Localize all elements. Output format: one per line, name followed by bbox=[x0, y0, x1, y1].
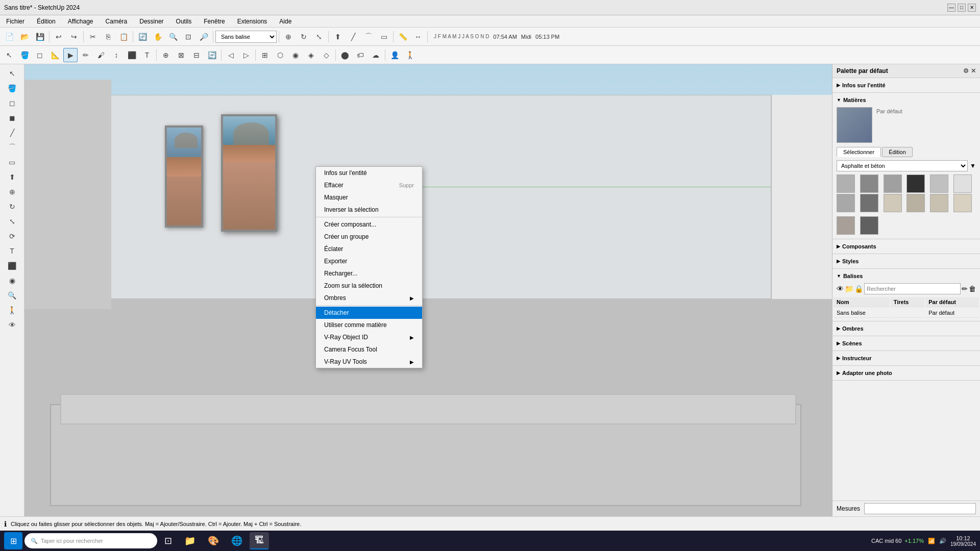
materials-header[interactable]: ▼ Matières bbox=[832, 95, 980, 105]
line-button[interactable]: ╱ bbox=[346, 30, 360, 44]
cut-button[interactable]: ✂ bbox=[86, 30, 100, 44]
lt-zoom[interactable]: 🔍 bbox=[3, 288, 21, 303]
swatch-12[interactable] bbox=[953, 194, 972, 212]
swatch-11[interactable] bbox=[930, 194, 948, 212]
swatch-1[interactable] bbox=[837, 174, 855, 193]
orbit-button[interactable]: 🔄 bbox=[135, 30, 150, 44]
lt-measure[interactable]: ◼ bbox=[3, 111, 21, 125]
layer-btn[interactable]: ⊞ bbox=[258, 48, 272, 62]
components-header[interactable]: ▶ Composants bbox=[832, 241, 980, 252]
menu-fichier[interactable]: Fichier bbox=[4, 17, 27, 26]
lt-section[interactable]: ◉ bbox=[3, 273, 21, 288]
dim-button[interactable]: ↔ bbox=[411, 30, 425, 44]
volume-icon[interactable]: 🔊 bbox=[939, 538, 946, 544]
tag-link-icon[interactable]: 🔒 bbox=[854, 285, 863, 293]
lt-paint[interactable]: 🪣 bbox=[3, 81, 21, 95]
zoomfit-button[interactable]: ⊡ bbox=[181, 30, 195, 44]
undo-button[interactable]: ↩ bbox=[52, 30, 66, 44]
swatch-14[interactable] bbox=[860, 216, 878, 235]
scene-next[interactable]: ▷ bbox=[239, 48, 253, 62]
lt-look[interactable]: 👁 bbox=[3, 318, 21, 332]
push-button[interactable]: ⬆ bbox=[331, 30, 345, 44]
text-tool[interactable]: T bbox=[140, 48, 154, 62]
wireframe-btn[interactable]: ◇ bbox=[319, 48, 333, 62]
lt-move[interactable]: ⊕ bbox=[3, 185, 21, 199]
ctx-effacer[interactable]: Effacer Suppr bbox=[316, 179, 422, 191]
taskbar-chrome[interactable]: 🌐 bbox=[226, 532, 248, 549]
menu-dessiner[interactable]: Dessiner bbox=[137, 17, 165, 26]
hidden-btn[interactable]: ◈ bbox=[304, 48, 318, 62]
swatch-2[interactable] bbox=[860, 174, 878, 193]
zoom-prev[interactable]: ⊟ bbox=[189, 48, 204, 62]
lt-scale[interactable]: ⤡ bbox=[3, 214, 21, 229]
menu-camera[interactable]: Caméra bbox=[104, 17, 130, 26]
lt-text[interactable]: T bbox=[3, 244, 21, 258]
panel-close-btn[interactable]: ✕ bbox=[971, 67, 976, 74]
lt-select[interactable]: ↖ bbox=[3, 66, 21, 81]
ctx-vray-uv-tools[interactable]: V-Ray UV Tools ▶ bbox=[316, 356, 422, 368]
swatch-10[interactable] bbox=[906, 194, 925, 212]
ctx-entity-info[interactable]: Infos sur l'entité bbox=[316, 167, 422, 179]
xray-btn[interactable]: ⬡ bbox=[273, 48, 287, 62]
open-button[interactable]: 📂 bbox=[17, 30, 32, 44]
scale-button[interactable]: ⤡ bbox=[312, 30, 326, 44]
zoomwindow-button[interactable]: 🔎 bbox=[197, 30, 211, 44]
ctx-ombres[interactable]: Ombres ▶ bbox=[316, 292, 422, 304]
paste-button[interactable]: 📋 bbox=[116, 30, 131, 44]
tag-dropdown[interactable]: Sans balise bbox=[215, 31, 277, 43]
menu-aide[interactable]: Aide bbox=[277, 17, 293, 26]
paint-tool[interactable]: 🪣 bbox=[17, 48, 32, 62]
arc-button[interactable]: ⌒ bbox=[361, 30, 376, 44]
network-icon[interactable]: 📶 bbox=[928, 538, 935, 544]
ctx-zoom-selection[interactable]: Zoom sur la sélection bbox=[316, 280, 422, 292]
copy-button[interactable]: ⎘ bbox=[101, 30, 115, 44]
menu-edition[interactable]: Édition bbox=[35, 17, 58, 26]
canvas-area[interactable]: Infos sur l'entité Effacer Suppr Masquer… bbox=[24, 64, 832, 516]
zoom-ext[interactable]: ⊠ bbox=[174, 48, 188, 62]
rotate-button[interactable]: ↻ bbox=[297, 30, 311, 44]
new-button[interactable]: 📄 bbox=[2, 30, 16, 44]
tag-delete-icon[interactable]: 🗑 bbox=[969, 285, 976, 293]
ctx-camera-focus[interactable]: Camera Focus Tool bbox=[316, 343, 422, 356]
ctx-inverser[interactable]: Inverser la sélection bbox=[316, 204, 422, 216]
smooth-btn[interactable]: ◉ bbox=[288, 48, 303, 62]
swatch-6[interactable] bbox=[953, 174, 972, 193]
taskbar-explorer[interactable]: 📁 bbox=[179, 532, 201, 549]
lt-line[interactable]: ╱ bbox=[3, 126, 21, 140]
material-dropdown[interactable]: Asphalte et béton bbox=[837, 160, 968, 171]
instructor-header[interactable]: ▶ Instructeur bbox=[832, 353, 980, 363]
swatch-5[interactable] bbox=[930, 174, 948, 193]
fill-tool[interactable]: 🖌 bbox=[94, 48, 108, 62]
material-dropdown-arrow[interactable]: ▼ bbox=[970, 162, 976, 169]
pan-button[interactable]: ✋ bbox=[151, 30, 165, 44]
menu-outils[interactable]: Outils bbox=[174, 17, 194, 26]
taskbar-search[interactable]: 🔍 Taper ici pour rechercher bbox=[24, 533, 157, 548]
tape-button[interactable]: 📏 bbox=[396, 30, 410, 44]
rect-button[interactable]: ▭ bbox=[377, 30, 391, 44]
lt-rotate[interactable]: ↻ bbox=[3, 199, 21, 214]
ctx-eclater[interactable]: Éclater bbox=[316, 243, 422, 255]
shadows-header[interactable]: ▶ Ombres bbox=[832, 323, 980, 334]
lt-erase[interactable]: ◻ bbox=[3, 96, 21, 110]
ctx-create-component[interactable]: Créer composant... bbox=[316, 218, 422, 231]
taskbar-app1[interactable]: 🎨 bbox=[203, 532, 224, 549]
swatch-9[interactable] bbox=[884, 194, 902, 212]
measure-tool[interactable]: 📐 bbox=[48, 48, 62, 62]
start-button[interactable]: ⊞ bbox=[4, 532, 22, 549]
taskview-button[interactable]: ⊡ bbox=[159, 532, 177, 549]
person-btn[interactable]: 👤 bbox=[387, 48, 402, 62]
select-tool[interactable]: ↖ bbox=[2, 48, 16, 62]
walk-btn[interactable]: 🚶 bbox=[403, 48, 417, 62]
minimize-button[interactable]: — bbox=[947, 4, 955, 12]
ctx-utiliser-matiere[interactable]: Utiliser comme matière bbox=[316, 319, 422, 331]
taskbar-sketchup[interactable]: 🏗 bbox=[250, 532, 269, 549]
swatch-3[interactable] bbox=[884, 174, 902, 193]
lt-push[interactable]: ⬆ bbox=[3, 170, 21, 184]
measurements-input[interactable] bbox=[864, 503, 976, 514]
menu-affichage[interactable]: Affichage bbox=[66, 17, 95, 26]
lt-arc[interactable]: ⌒ bbox=[3, 140, 21, 155]
tag-folder-icon[interactable]: 📁 bbox=[845, 285, 853, 293]
lt-walk[interactable]: 🚶 bbox=[3, 303, 21, 317]
zoom-tool[interactable]: ⊕ bbox=[159, 48, 173, 62]
ctx-detacher[interactable]: Détacher bbox=[316, 307, 422, 319]
